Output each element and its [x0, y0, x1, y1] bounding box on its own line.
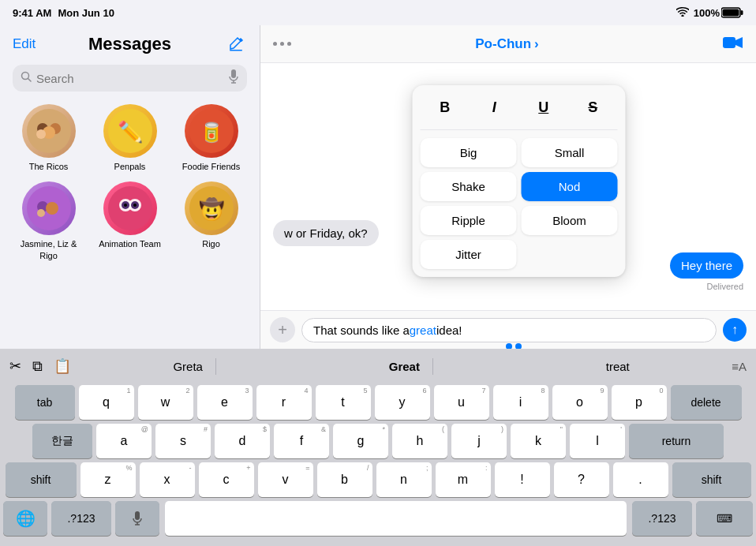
key-period[interactable]: .	[613, 462, 668, 497]
format-shake[interactable]: Shake	[421, 172, 517, 201]
sent-message: Hey there	[670, 252, 743, 279]
key-h[interactable]: (h	[392, 424, 447, 458]
key-m[interactable]: :m	[436, 462, 491, 497]
key-globe[interactable]: 🌐	[3, 501, 47, 536]
contact-item[interactable]: Animation Team	[94, 181, 166, 261]
key-e[interactable]: 3e	[197, 385, 253, 420]
chat-contact-name[interactable]: Po-Chun ›	[475, 36, 539, 52]
status-date: Mon Jun 10	[58, 7, 114, 19]
key-y[interactable]: 6y	[375, 385, 430, 420]
autocomplete-word-2[interactable]: Great	[376, 358, 433, 375]
key-tab[interactable]: tab	[15, 385, 75, 420]
send-button[interactable]: ↑	[723, 318, 747, 342]
edit-button[interactable]: Edit	[13, 36, 36, 52]
status-bar-left: 9:41 AM Mon Jun 10	[13, 7, 114, 19]
key-p[interactable]: 0p	[612, 385, 667, 420]
svg-text:🤠: 🤠	[199, 196, 225, 222]
key-g[interactable]: *g	[333, 424, 388, 458]
svg-rect-1	[723, 9, 739, 17]
search-input[interactable]	[36, 72, 223, 85]
key-d[interactable]: $d	[215, 424, 270, 458]
contact-name: Rigo	[202, 238, 220, 249]
key-hide-keyboard[interactable]: ⌨	[696, 501, 753, 536]
key-microphone[interactable]	[115, 501, 159, 536]
key-w[interactable]: 2w	[138, 385, 193, 420]
contact-item[interactable]: The Ricos	[13, 104, 84, 172]
key-a[interactable]: @a	[96, 424, 152, 458]
key-shift-left[interactable]: shift	[6, 462, 77, 497]
contact-name: Foodie Friends	[182, 161, 240, 172]
key-u[interactable]: 7u	[434, 385, 489, 420]
key-o[interactable]: 9o	[552, 385, 608, 420]
autocomplete-bar: ✂ ⧉ 📋 Greta Great treat ≡A	[0, 349, 756, 382]
autocomplete-word-3[interactable]: treat	[593, 358, 642, 375]
svg-rect-31	[723, 37, 735, 48]
key-hangle[interactable]: 한글	[32, 424, 92, 458]
contact-item[interactable]: ✏️ Penpals	[94, 104, 166, 172]
key-shift-right[interactable]: shift	[672, 462, 751, 497]
copy-icon[interactable]: ⧉	[32, 358, 43, 375]
key-row-1: tab 1q 2w 3e 4r 5t 6y 7u 8i 9o 0p delete	[3, 385, 753, 420]
dot	[280, 42, 284, 46]
key-question[interactable]: ?	[554, 462, 609, 497]
contact-item[interactable]: 🤠 Rigo	[175, 181, 247, 261]
key-r[interactable]: 4r	[256, 385, 312, 420]
key-space[interactable]	[165, 501, 627, 536]
avatar	[22, 181, 76, 235]
key-b[interactable]: /b	[317, 462, 372, 497]
dot	[287, 42, 291, 46]
aa-icon[interactable]: ≡A	[732, 360, 747, 373]
key-123-right[interactable]: .?123	[632, 501, 692, 536]
key-i[interactable]: 8i	[493, 385, 548, 420]
key-return[interactable]: return	[629, 424, 724, 458]
contact-item[interactable]: Jasmine, Liz & Rigo	[13, 181, 84, 261]
key-t[interactable]: 5t	[316, 385, 371, 420]
underline-button[interactable]: U	[530, 93, 558, 122]
autocomplete-word-1[interactable]: Greta	[160, 358, 216, 375]
key-s[interactable]: #s	[155, 424, 211, 458]
cut-icon[interactable]: ✂	[9, 357, 21, 375]
format-jitter[interactable]: Jitter	[421, 240, 517, 269]
svg-line-5	[28, 79, 32, 82]
key-z[interactable]: %z	[80, 462, 136, 497]
header-dots	[273, 42, 291, 46]
key-123-left[interactable]: .?123	[51, 501, 111, 536]
add-button[interactable]: +	[270, 317, 295, 342]
key-q[interactable]: 1q	[79, 385, 134, 420]
paste-icon[interactable]: 📋	[54, 357, 71, 375]
key-j[interactable]: )j	[451, 424, 507, 458]
search-bar[interactable]	[13, 65, 247, 92]
sidebar-title: Messages	[88, 34, 171, 54]
format-small[interactable]: Small	[522, 138, 618, 167]
key-n[interactable]: ;n	[376, 462, 432, 497]
key-f[interactable]: &f	[274, 424, 329, 458]
key-k[interactable]: "k	[511, 424, 566, 458]
status-bar-right: 100%	[676, 7, 743, 19]
strikethrough-button[interactable]: S	[578, 93, 607, 122]
key-v[interactable]: =v	[258, 462, 313, 497]
battery-icon: 100%	[694, 7, 743, 19]
format-nod[interactable]: Nod	[522, 172, 618, 201]
chat-input-field[interactable]: That sounds like a great idea!	[301, 318, 717, 342]
key-c[interactable]: +c	[199, 462, 254, 497]
avatar: 🥫	[185, 104, 238, 158]
italic-button[interactable]: I	[480, 93, 508, 122]
bold-button[interactable]: B	[431, 93, 459, 122]
keyboard-area: ✂ ⧉ 📋 Greta Great treat ≡A tab 1q 2w 3e …	[0, 349, 756, 546]
key-delete[interactable]: delete	[671, 385, 742, 420]
chevron-icon: ›	[534, 36, 539, 52]
video-call-button[interactable]	[723, 34, 743, 54]
status-time: 9:41 AM	[13, 7, 51, 19]
format-big[interactable]: Big	[421, 138, 517, 167]
contact-item[interactable]: 🥫 Foodie Friends	[175, 104, 247, 172]
key-x[interactable]: -x	[140, 462, 195, 497]
search-icon	[21, 71, 32, 85]
svg-text:🥫: 🥫	[200, 121, 223, 144]
format-ripple[interactable]: Ripple	[421, 206, 517, 235]
received-message: w or Friday, ok?	[273, 220, 379, 246]
compose-button[interactable]	[225, 33, 247, 55]
key-exclaim[interactable]: !	[495, 462, 550, 497]
format-bloom[interactable]: Bloom	[522, 206, 618, 235]
key-l[interactable]: 'l	[570, 424, 625, 458]
svg-point-27	[124, 204, 127, 207]
